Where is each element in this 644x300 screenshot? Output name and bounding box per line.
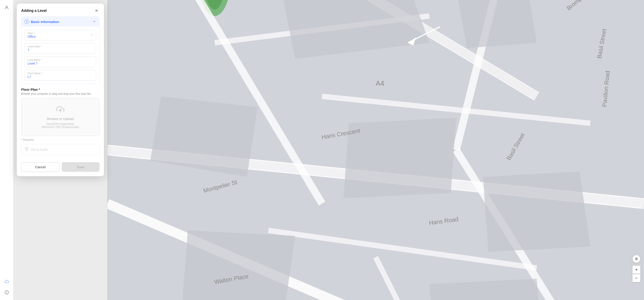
svg-point-3 [6,292,7,292]
upload-label: Browse or Upload [47,117,74,121]
zoom-in-button[interactable] [632,266,640,274]
level-index-value: 7 [28,48,93,52]
map-svg: Trevor Square Lancelot Place Brompton Ro… [107,0,644,300]
level-index-label: Level Index * [28,45,93,48]
svg-text:A4: A4 [376,79,384,87]
cloud-icon[interactable] [3,278,11,286]
floor-plan-description: Browse your computer or drag and drop yo… [21,92,100,95]
upload-cloud-icon [56,105,64,115]
pin-to-earth-label: Pin to Earth [31,148,48,151]
modal-title: Adding a Level [21,9,47,13]
svg-marker-30 [182,231,295,300]
accordion-body: Type * Office Level Index * 7 [22,26,99,84]
zoom-out-button[interactable] [632,274,640,282]
level-index-field[interactable]: Level Index * 7 [24,43,96,54]
location-dot [635,258,638,260]
svg-point-0 [6,6,8,7]
short-name-field[interactable]: Short Name * L7 [24,70,96,81]
icon-bar [0,0,14,300]
accordion-info-icon: i [24,19,29,24]
modal-body: i Basic Information Type * Office [17,16,104,162]
type-chevron-icon [90,33,93,37]
type-field[interactable]: Type * Office [24,30,96,40]
location-button[interactable] [632,255,640,263]
accordion-title: Basic Information [31,20,91,24]
info-icon[interactable] [3,288,11,297]
svg-marker-28 [344,118,456,198]
basic-information-accordion: i Basic Information Type * Office [21,16,100,84]
svg-marker-29 [483,172,590,252]
user-icon[interactable] [3,3,11,12]
modal-close-button[interactable]: ✕ [93,7,100,14]
svg-point-8 [26,148,27,149]
modal-footer: Cancel Save [17,162,104,176]
upload-formats: GeoJSON (Supported), DWG/DXF, PDF (Exper… [42,122,79,129]
floor-plan-section: Floor Plan * Browse your computer or dra… [21,88,100,141]
adding-level-modal: Adding a Level ✕ i Basic Information [17,3,104,176]
cancel-button[interactable]: Cancel [21,162,60,172]
modal-header: Adding a Level ✕ [17,3,104,16]
short-name-value: L7 [28,75,93,79]
map-area: Trevor Square Lancelot Place Brompton Ro… [107,0,644,300]
type-label: Type * [28,32,36,34]
modal-overlay: Adding a Level ✕ i Basic Information [14,0,107,300]
pin-icon [24,147,29,153]
short-name-label: Short Name * [28,72,93,75]
accordion-header[interactable]: i Basic Information [22,17,99,26]
required-note: * Required [21,138,100,141]
floor-plan-title: Floor Plan * [21,88,100,91]
pin-to-earth-button[interactable]: Pin to Earth [21,144,100,155]
save-button[interactable]: Save [62,162,100,172]
long-name-value: Level 7 [28,62,93,65]
long-name-field[interactable]: Long Name * Level 7 [24,56,96,67]
map-controls [632,255,640,282]
accordion-chevron-icon [92,20,96,24]
svg-marker-26 [456,0,537,48]
type-value: Office [28,35,36,38]
upload-area[interactable]: Browse or Upload GeoJSON (Supported), DW… [21,98,100,136]
long-name-label: Long Name * [28,58,93,61]
